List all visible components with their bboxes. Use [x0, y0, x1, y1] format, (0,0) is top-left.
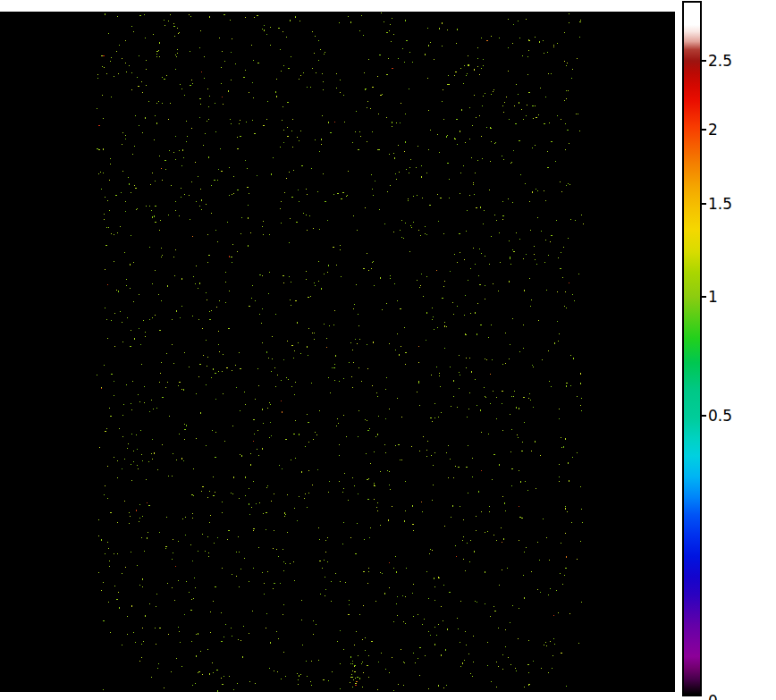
- figure: 2.521.510.50: [0, 0, 776, 700]
- colorbar-tick: [702, 296, 706, 298]
- colorbar-tick-label: 1: [708, 288, 718, 306]
- colorbar-tick: [702, 60, 706, 62]
- colorbar-tick: [702, 203, 706, 205]
- colorbar-tick: [702, 415, 706, 417]
- image-panel: [0, 12, 675, 692]
- colorbar-tick-label: 0.5: [708, 407, 732, 425]
- colorbar-tick-label: 0: [708, 692, 718, 700]
- colorbar: [682, 1, 702, 696]
- colorbar-tick-label: 2.5: [708, 52, 732, 70]
- colorbar-tick-label: 2: [708, 121, 718, 139]
- colorbar-tick: [702, 129, 706, 131]
- event-scatter-canvas: [0, 12, 675, 692]
- colorbar-tick-label: 1.5: [708, 195, 732, 213]
